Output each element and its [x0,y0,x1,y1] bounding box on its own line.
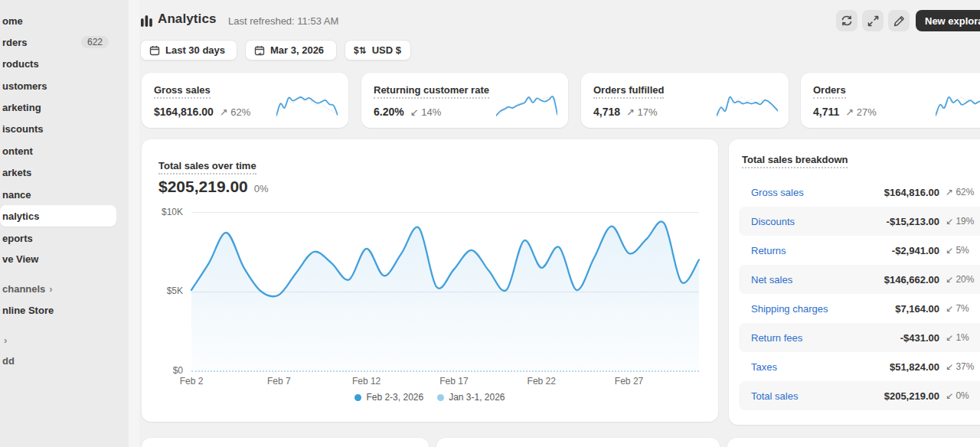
date-range-filter[interactable]: Last 30 days [140,40,237,60]
sidebar-item-orders[interactable]: rders622 [0,31,122,53]
x-axis-tick: Feb 22 [528,376,556,387]
metric-delta: ↙ 14% [410,106,442,118]
legend-label: Feb 2-3, 2026 [366,392,423,403]
row-delta: ↙ 5% [946,245,980,256]
chart-legend: Feb 2-3, 2026 Jan 3-1, 2026 [142,392,718,403]
breakdown-link[interactable]: Discounts [751,216,795,227]
orders-count-badge: 622 [81,36,109,48]
partial-card [727,438,980,447]
compare-date-filter[interactable]: Mar 3, 2026 [245,40,337,60]
table-row: Return fees-$431.00↙ 1% [739,323,980,352]
calendar-refresh-icon [254,45,265,56]
breakdown-link[interactable]: Shipping charges [751,303,828,315]
sidebar-item-label: ve View [2,253,38,265]
analytics-icon [141,15,152,30]
sidebar-item-reports[interactable]: eports [0,227,122,249]
edit-button[interactable] [888,10,910,31]
sidebar-item-markets[interactable]: arkets [0,162,122,183]
sparkline-chart [276,93,338,120]
table-row: Gross sales$164,816.00↗ 62% [739,178,980,207]
metric-title[interactable]: Returning customer rate [374,84,489,99]
total-sales-breakdown-card: Total sales breakdown Gross sales$164,81… [729,139,980,425]
sidebar-item-label: ome [2,15,23,27]
metric-delta: ↗ 27% [845,106,877,118]
currency-label: USD $ [372,44,401,56]
sidebar-item-add[interactable]: dd [0,350,122,371]
sidebar-item-label: ontent [2,145,33,157]
sidebar-item-label: rders [2,37,28,48]
sidebar-item-finance[interactable]: nance [0,184,122,205]
row-delta: ↙ 0% [946,390,980,401]
table-row: Net sales$146,662.00↙ 20% [739,265,980,294]
breakdown-link[interactable]: Taxes [751,361,777,373]
sidebar-item-online-store[interactable]: nline Store [0,299,122,321]
sparkline-chart [717,93,778,120]
y-axis-tick: $10K [143,207,183,217]
sidebar-item-label: roducts [2,58,39,70]
sparkline-chart [496,93,557,120]
sidebar-item-home[interactable]: ome [0,10,122,31]
sidebar-item-live-view[interactable]: ve View [0,248,122,269]
sidebar-item-customers[interactable]: ustomers [0,75,122,96]
row-value: $146,662.00 [884,274,939,285]
pencil-icon [893,15,905,27]
row-delta: ↙ 7% [946,303,980,314]
date-range-label: Last 30 days [165,44,225,56]
metric-title[interactable]: Orders [813,84,846,99]
breakdown-link[interactable]: Return fees [751,332,802,344]
analytics-dashboard: ome rders622 roducts ustomers arketing i… [0,0,980,447]
row-delta: ↗ 62% [946,187,980,197]
y-axis-tick: $0 [143,365,183,376]
diagonal-arrows-icon [867,15,879,27]
x-axis-tick: Feb 2 [180,376,204,387]
sidebar-item-label: nalytics [2,210,39,222]
breakdown-title[interactable]: Total sales breakdown [742,154,848,168]
currency-filter[interactable]: $⇅ USD $ [345,40,411,60]
row-value: -$15,213.00 [887,216,939,227]
legend-item-current-period: Feb 2-3, 2026 [354,392,423,403]
compare-date-label: Mar 3, 2026 [270,44,324,56]
breakdown-link[interactable]: Returns [751,245,786,256]
total-sales-line-chart [191,212,699,371]
last-refreshed-text: Last refreshed: 11:53 AM [228,15,338,27]
sidebar: ome rders622 roducts ustomers arketing i… [0,0,129,447]
sidebar-item-label: dd [2,355,15,367]
new-exploration-button[interactable]: New exploration [916,10,980,31]
sidebar-item-content[interactable]: ontent [0,140,122,162]
metric-delta: ↗ 17% [626,106,658,118]
partial-card [436,438,720,447]
sidebar-item-discounts[interactable]: iscounts [0,118,122,139]
table-row: Total sales$205,219.00↙ 0% [739,381,980,410]
metric-card-returning-customer-rate: Returning customer rate 6.20%↙ 14% [361,73,568,128]
metric-card-orders: Orders 4,711↗ 27% [801,73,980,128]
refresh-button[interactable] [836,10,858,31]
sidebar-item-analytics[interactable]: nalytics [0,205,116,227]
scrollbar-track[interactable] [129,0,139,447]
sidebar-item-marketing[interactable]: arketing [0,96,122,118]
calendar-icon [149,45,160,56]
x-axis-tick: Feb 12 [352,376,381,387]
line-chart-plot-area [191,212,699,371]
breakdown-link[interactable]: Net sales [751,274,792,285]
breakdown-link[interactable]: Gross sales [751,187,804,198]
sidebar-item-label: arketing [2,102,41,113]
page-title: Analytics [158,11,217,27]
metric-title[interactable]: Gross sales [154,84,211,99]
partial-card [142,438,429,447]
sidebar-item-products[interactable]: roducts [0,53,122,74]
chart-title[interactable]: Total sales over time [158,160,256,175]
table-row: Returns-$2,941.00↙ 5% [739,236,980,265]
breakdown-link[interactable]: Total sales [751,390,798,402]
cycle-arrows-icon [841,15,853,27]
sidebar-section-sales-channels[interactable]: channels› [0,278,122,299]
sidebar-item-label: iscounts [2,123,43,135]
metric-value: $164,816.00 [154,106,214,118]
sidebar-section-apps[interactable]: › [0,329,122,351]
expand-button[interactable] [862,10,884,31]
metric-card-gross-sales: Gross sales $164,816.00↗ 62% [142,73,348,128]
sidebar-item-label: nance [2,189,31,201]
metric-title[interactable]: Orders fulfilled [593,84,664,99]
x-axis-tick: Feb 7 [267,376,291,387]
table-row: Taxes$51,824.00↙ 37% [739,352,980,381]
metric-value: 6.20% [374,106,404,118]
